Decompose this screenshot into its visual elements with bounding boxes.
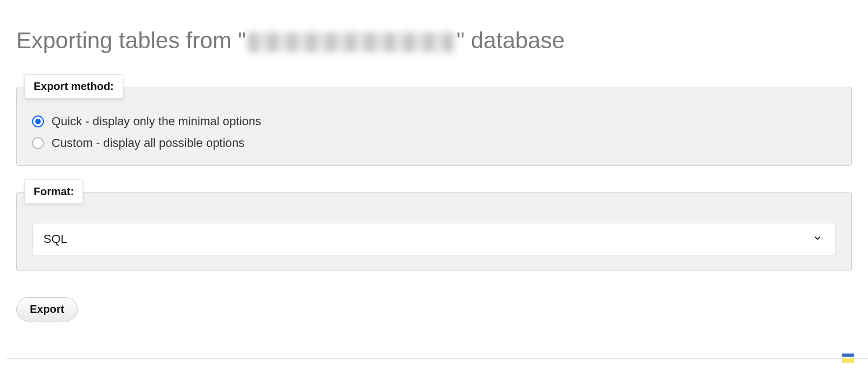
format-fieldset: Format: SQL — [16, 192, 852, 271]
footer — [7, 358, 868, 364]
export-button[interactable]: Export — [16, 297, 78, 321]
radio-quick-label: Quick - display only the minimal options — [52, 114, 261, 128]
format-select[interactable]: SQL — [32, 223, 836, 255]
database-name-redacted — [248, 33, 454, 52]
radio-quick-input[interactable] — [32, 115, 44, 127]
format-legend: Format: — [24, 179, 83, 204]
page-title-prefix: Exporting tables from " — [16, 28, 246, 53]
radio-option-quick[interactable]: Quick - display only the minimal options — [32, 114, 836, 128]
radio-custom-input[interactable] — [32, 137, 44, 149]
export-method-fieldset: Export method: Quick - display only the … — [16, 87, 852, 166]
footer-divider — [7, 358, 868, 359]
radio-custom-label: Custom - display all possible options — [52, 136, 245, 150]
format-select-wrap: SQL — [32, 223, 836, 255]
radio-option-custom[interactable]: Custom - display all possible options — [32, 136, 836, 150]
format-select-value: SQL — [43, 232, 808, 246]
page-title-suffix: " database — [456, 28, 564, 53]
window-icon — [842, 353, 855, 364]
export-method-legend: Export method: — [24, 74, 123, 99]
page-title: Exporting tables from "" database — [16, 27, 852, 54]
